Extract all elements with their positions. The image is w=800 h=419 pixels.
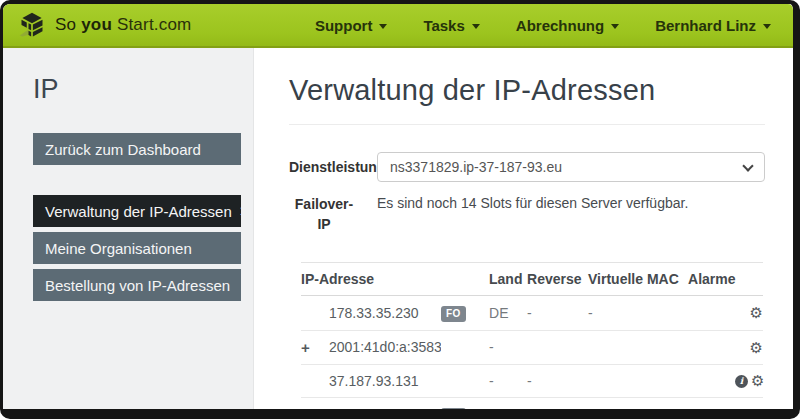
sidebar-item-label: Bestellung von IP-Adressen — [45, 277, 230, 294]
col-header-land: Land — [489, 262, 527, 295]
sidebar-title: IP — [33, 74, 241, 105]
vmac-cell — [588, 330, 688, 364]
col-header-ip: IP-Adresse — [301, 262, 489, 295]
chevron-down-icon — [379, 24, 387, 29]
nav-tasks-label: Tasks — [423, 17, 464, 34]
reverse-cell — [527, 330, 588, 364]
alarme-cell — [688, 295, 735, 330]
top-nav-menu: Support Tasks Abrechnung Bernhard Linz — [315, 17, 771, 34]
nav-billing[interactable]: Abrechnung — [516, 17, 619, 34]
nav-support-label: Support — [315, 17, 373, 34]
table-row: 178.33.35.230 FO DE - - ⚙ — [301, 295, 763, 330]
alarme-cell — [688, 364, 735, 397]
alarme-cell — [688, 397, 735, 419]
table-row: + 2001:41d0:a:3583::/64 - ⚙ — [301, 330, 763, 364]
title-divider — [289, 124, 765, 125]
failover-badge: FO — [441, 306, 466, 322]
chevron-down-icon — [472, 24, 480, 29]
brand-com: .com — [154, 15, 192, 34]
service-row: Dienstleistung ns3371829.ip-37-187-93.eu — [289, 152, 765, 182]
land-cell: - — [489, 330, 527, 364]
vmac-cell: - — [588, 295, 688, 330]
gear-icon[interactable]: ⚙ — [751, 375, 764, 388]
failover-badge: FO — [441, 408, 466, 419]
table-header-row: IP-Adresse Land Reverse Virtuelle MAC Al… — [301, 262, 763, 295]
failover-label: Failover-IP — [289, 194, 377, 235]
gear-icon[interactable]: ⚙ — [750, 342, 763, 355]
reverse-cell: - — [527, 295, 588, 330]
sidebar-item-my-organisations[interactable]: Meine Organisationen — [33, 232, 241, 264]
nav-support[interactable]: Support — [315, 17, 388, 34]
land-cell: DE — [489, 295, 527, 330]
top-navbar: So you Start.com Support Tasks Abrechnun… — [3, 4, 793, 48]
info-icon[interactable]: i — [735, 409, 748, 419]
table-row: 5.196.125.45 FO DE - - i⚙ — [301, 397, 763, 419]
brand-so: So — [55, 15, 76, 34]
ip-address: 2001:41d0:a:3583::/64 — [329, 330, 441, 364]
cube-logo-icon — [17, 11, 47, 39]
reverse-cell: - — [527, 364, 588, 397]
ip-table: IP-Adresse Land Reverse Virtuelle MAC Al… — [301, 262, 763, 419]
page-body: IP Zurück zum Dashboard Verwaltung der I… — [3, 48, 793, 409]
soyoustart-logo[interactable]: So you Start.com — [17, 11, 191, 39]
nav-tasks[interactable]: Tasks — [423, 17, 479, 34]
chevron-right-icon: › — [240, 210, 241, 213]
sidebar-item-back-to-dashboard[interactable]: Zurück zum Dashboard — [33, 133, 241, 165]
info-icon[interactable]: i — [735, 375, 748, 388]
nav-billing-label: Abrechnung — [516, 17, 604, 34]
col-header-actions — [735, 262, 763, 295]
col-header-alarme: Alarme — [688, 262, 735, 295]
main-content: Verwaltung der IP-Adressen Dienstleistun… — [254, 48, 793, 409]
table-row: 37.187.93.131 - - i⚙ — [301, 364, 763, 397]
vmac-cell — [588, 364, 688, 397]
app-window: So you Start.com Support Tasks Abrechnun… — [0, 0, 800, 419]
failover-label-line1: Failover- — [295, 196, 353, 212]
sidebar-item-order-ip[interactable]: Bestellung von IP-Adressen — [33, 269, 241, 301]
land-cell: - — [489, 364, 527, 397]
service-select-wrap: ns3371829.ip-37-187-93.eu — [377, 152, 765, 182]
failover-row: Failover-IP Es sind noch 14 Slots für di… — [289, 194, 765, 235]
failover-label-line2: IP — [317, 216, 330, 232]
ip-address: 37.187.93.131 — [329, 364, 441, 397]
alarme-cell — [688, 330, 735, 364]
service-select[interactable]: ns3371829.ip-37-187-93.eu — [377, 152, 765, 182]
nav-user-label: Bernhard Linz — [655, 17, 756, 34]
col-header-vmac: Virtuelle MAC — [588, 262, 688, 295]
sidebar-item-label: Meine Organisationen — [45, 240, 192, 257]
chevron-down-icon — [611, 24, 619, 29]
service-label: Dienstleistung — [289, 159, 377, 175]
gear-icon[interactable]: ⚙ — [750, 307, 763, 320]
brand-you: you — [81, 15, 112, 34]
vmac-cell: - — [588, 397, 688, 419]
expand-plus-icon[interactable]: + — [301, 339, 310, 356]
sidebar-item-label: Verwaltung der IP-Adressen — [45, 203, 232, 220]
nav-user-menu[interactable]: Bernhard Linz — [655, 17, 771, 34]
ip-address: 5.196.125.45 — [329, 397, 441, 419]
failover-slots-text: Es sind noch 14 Slots für diesen Server … — [377, 194, 688, 211]
sidebar: IP Zurück zum Dashboard Verwaltung der I… — [3, 48, 254, 409]
col-header-reverse: Reverse — [527, 262, 588, 295]
chevron-down-icon — [763, 24, 771, 29]
gear-icon[interactable]: ⚙ — [751, 409, 764, 419]
reverse-cell: - — [527, 397, 588, 419]
brand-text: So you Start.com — [55, 15, 191, 35]
ip-address: 178.33.35.230 — [329, 295, 441, 330]
brand-start: Start — [117, 15, 154, 34]
sidebar-item-ip-management[interactable]: Verwaltung der IP-Adressen› — [33, 195, 241, 227]
sidebar-item-label: Zurück zum Dashboard — [45, 141, 201, 158]
page-title: Verwaltung der IP-Adressen — [289, 74, 765, 107]
land-cell: DE — [489, 397, 527, 419]
